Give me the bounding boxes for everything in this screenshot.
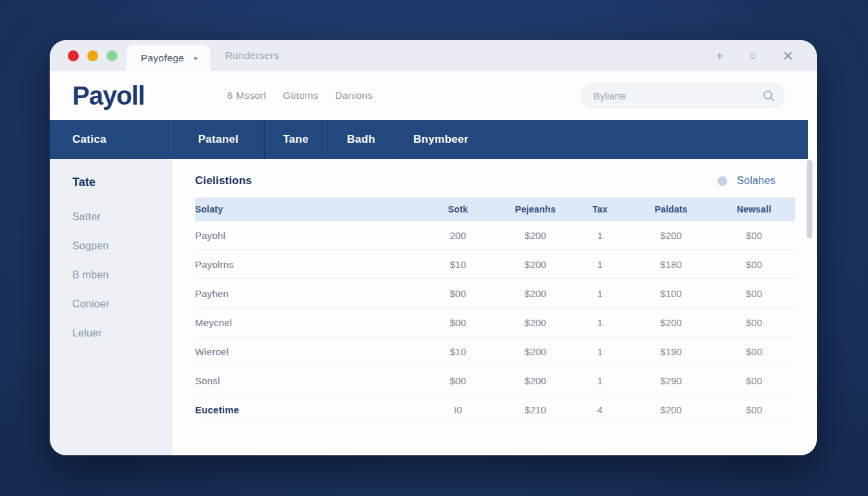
header-nav-item-1[interactable]: 6 Mssorl — [227, 90, 266, 101]
body-area: Tate Satter Sogpen B mben Conioer Leluer… — [50, 159, 817, 455]
scrollbar[interactable] — [807, 160, 812, 238]
navbar-item-tane[interactable]: Tane — [265, 120, 327, 159]
column-header-newsall: Newsall — [713, 204, 795, 214]
traffic-light-red-icon[interactable] — [68, 50, 79, 61]
content-header: Cielistions Solahes — [195, 174, 795, 187]
main-content: Cielistions Solahes Solaty Sotk Pejeanhs… — [172, 159, 817, 455]
navbar-item-badh[interactable]: Badh — [327, 120, 395, 159]
column-header-sotk: Sotk — [416, 204, 500, 214]
tab-inactive-label: Rundersers — [225, 50, 279, 61]
table-row[interactable]: Meycnel $00 $200 1 $200 $00 — [195, 308, 795, 337]
header-nav-item-2[interactable]: Gtitoms — [283, 90, 318, 101]
app-header: Payoll 6 Mssorl Gtitoms Danions — [50, 71, 817, 120]
circle-icon[interactable]: ○ — [750, 50, 757, 61]
sidebar: Tate Satter Sogpen B mben Conioer Leluer — [50, 159, 172, 455]
sidebar-item-sogpen[interactable]: Sogpen — [72, 231, 172, 260]
search-input[interactable] — [594, 90, 762, 101]
tab-active-label: Payofege — [141, 52, 184, 64]
tab-active[interactable]: Payofege ▸ — [127, 45, 210, 71]
legend-label[interactable]: Solahes — [737, 175, 776, 187]
table-row[interactable]: Payhen $00 $200 1 $100 $00 — [195, 279, 795, 308]
new-tab-icon[interactable]: + — [716, 49, 723, 63]
table-row[interactable]: Sonsl $00 $200 1 $290 $00 — [195, 366, 795, 395]
column-header-tax: Tax — [571, 204, 629, 214]
main-navbar: Catica Patanel Tane Badh Bnymbeer — [50, 120, 808, 159]
table-row[interactable]: Wieroel $10 $200 1 $190 $00 — [195, 337, 795, 366]
navbar-item-catica[interactable]: Catica — [50, 120, 172, 159]
navbar-item-patanel[interactable]: Patanel — [172, 120, 265, 159]
table-header-row: Solaty Sotk Pejeanhs Tax Paldats Newsall — [195, 198, 795, 221]
tab-inactive[interactable]: Rundersers — [210, 40, 294, 71]
sidebar-item-satter[interactable]: Satter — [72, 202, 172, 231]
traffic-light-yellow-icon[interactable] — [87, 50, 98, 61]
table-row[interactable]: Eucetime I0 $210 4 $200 $00 — [195, 395, 795, 424]
window-controls: + ○ ✕ — [716, 40, 817, 71]
traffic-lights — [50, 40, 127, 71]
traffic-light-green-icon[interactable] — [107, 50, 118, 61]
sidebar-item-bmben[interactable]: B mben — [72, 260, 172, 289]
column-header-pejeanhs: Pejeanhs — [500, 204, 571, 214]
search-bar — [581, 83, 785, 108]
table-row[interactable]: Payohl 200 $200 1 $200 $00 — [195, 221, 795, 250]
column-header-paldats: Paldats — [629, 204, 713, 214]
navbar-item-bnymbeer[interactable]: Bnymbeer — [395, 120, 808, 159]
sidebar-item-tate[interactable]: Tate — [72, 176, 172, 189]
sidebar-item-leluer[interactable]: Leluer — [72, 318, 172, 347]
search-icon[interactable] — [762, 89, 775, 102]
table-row[interactable]: Payolrns $10 $200 1 $180 $00 — [195, 250, 795, 279]
page-title: Cielistions — [195, 174, 252, 187]
close-icon[interactable]: ✕ — [782, 49, 794, 63]
desktop: { "window": { "tabs": [ { "label": "Payo… — [0, 0, 868, 496]
legend: Solahes — [718, 175, 776, 187]
browser-tab-bar: Payofege ▸ Rundersers + ○ ✕ — [50, 40, 817, 71]
legend-dot-icon — [718, 176, 727, 186]
sidebar-item-conioer[interactable]: Conioer — [72, 289, 172, 318]
table-body: Payohl 200 $200 1 $200 $00 Payolrns $10 … — [195, 221, 795, 424]
header-nav-item-3[interactable]: Danions — [335, 90, 373, 101]
column-header-solaty: Solaty — [195, 204, 416, 214]
header-nav: 6 Mssorl Gtitoms Danions — [227, 90, 373, 101]
tab-arrow-icon: ▸ — [194, 54, 198, 62]
app-logo: Payoll — [72, 81, 145, 110]
app-window: Payofege ▸ Rundersers + ○ ✕ Payoll 6 Mss… — [50, 40, 817, 455]
